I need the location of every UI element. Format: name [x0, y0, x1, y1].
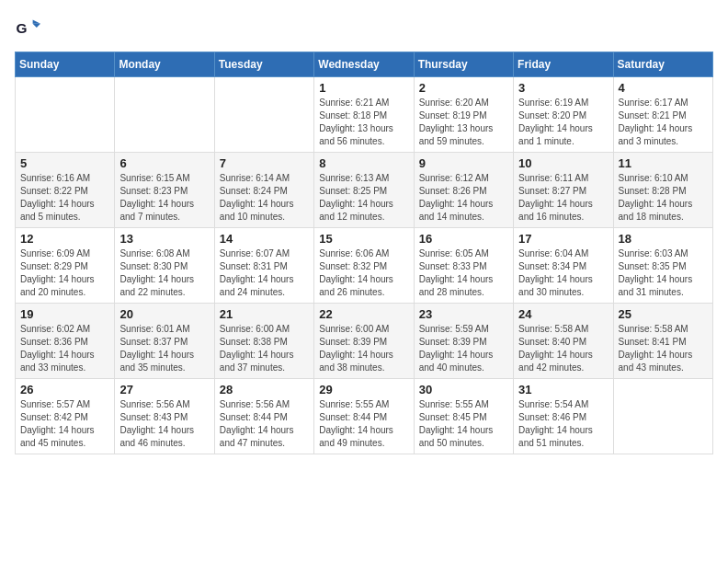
- calendar-day-13: 13Sunrise: 6:08 AM Sunset: 8:30 PM Dayli…: [115, 228, 214, 304]
- calendar-day-29: 29Sunrise: 5:55 AM Sunset: 8:44 PM Dayli…: [314, 379, 414, 454]
- weekday-header-tuesday: Tuesday: [214, 52, 313, 77]
- calendar-empty-cell: [613, 379, 712, 454]
- day-info: Sunrise: 6:14 AM Sunset: 8:24 PM Dayligh…: [220, 172, 309, 224]
- day-number: 18: [619, 232, 708, 246]
- calendar-day-9: 9Sunrise: 6:12 AM Sunset: 8:26 PM Daylig…: [414, 153, 513, 228]
- day-number: 14: [220, 232, 309, 246]
- calendar-week-row: 26Sunrise: 5:57 AM Sunset: 8:42 PM Dayli…: [16, 379, 713, 454]
- day-info: Sunrise: 5:56 AM Sunset: 8:44 PM Dayligh…: [220, 398, 309, 450]
- day-number: 10: [518, 156, 608, 170]
- calendar-day-21: 21Sunrise: 6:00 AM Sunset: 8:38 PM Dayli…: [214, 304, 313, 379]
- calendar-day-30: 30Sunrise: 5:55 AM Sunset: 8:45 PM Dayli…: [414, 379, 513, 454]
- calendar-day-31: 31Sunrise: 5:54 AM Sunset: 8:46 PM Dayli…: [514, 379, 613, 454]
- calendar-day-16: 16Sunrise: 6:05 AM Sunset: 8:33 PM Dayli…: [414, 228, 513, 304]
- calendar-day-6: 6Sunrise: 6:15 AM Sunset: 8:23 PM Daylig…: [115, 153, 214, 228]
- calendar-day-24: 24Sunrise: 5:58 AM Sunset: 8:40 PM Dayli…: [514, 304, 613, 379]
- day-info: Sunrise: 6:05 AM Sunset: 8:33 PM Dayligh…: [419, 247, 508, 299]
- day-number: 1: [319, 81, 408, 95]
- calendar-day-12: 12Sunrise: 6:09 AM Sunset: 8:29 PM Dayli…: [16, 228, 115, 304]
- calendar-week-row: 1Sunrise: 6:21 AM Sunset: 8:18 PM Daylig…: [16, 77, 713, 153]
- day-number: 19: [20, 307, 109, 321]
- day-number: 15: [319, 232, 408, 246]
- day-number: 27: [119, 383, 209, 396]
- calendar-day-10: 10Sunrise: 6:11 AM Sunset: 8:27 PM Dayli…: [514, 153, 613, 228]
- day-number: 8: [319, 156, 408, 170]
- day-info: Sunrise: 6:09 AM Sunset: 8:29 PM Dayligh…: [20, 247, 109, 299]
- day-info: Sunrise: 6:00 AM Sunset: 8:39 PM Dayligh…: [319, 323, 408, 374]
- calendar-table: SundayMondayTuesdayWednesdayThursdayFrid…: [15, 52, 713, 454]
- day-number: 25: [619, 307, 708, 321]
- day-number: 30: [419, 383, 508, 396]
- day-number: 12: [20, 232, 109, 246]
- day-info: Sunrise: 5:55 AM Sunset: 8:44 PM Dayligh…: [319, 398, 408, 450]
- weekday-header-monday: Monday: [115, 52, 214, 77]
- logo: G: [15, 15, 44, 40]
- day-info: Sunrise: 5:58 AM Sunset: 8:40 PM Dayligh…: [518, 323, 608, 374]
- calendar-day-25: 25Sunrise: 5:58 AM Sunset: 8:41 PM Dayli…: [613, 304, 712, 379]
- day-info: Sunrise: 6:04 AM Sunset: 8:34 PM Dayligh…: [518, 247, 608, 299]
- day-info: Sunrise: 5:54 AM Sunset: 8:46 PM Dayligh…: [518, 398, 608, 450]
- calendar-day-3: 3Sunrise: 6:19 AM Sunset: 8:20 PM Daylig…: [514, 77, 613, 153]
- svg-marker-2: [33, 24, 40, 28]
- calendar-day-20: 20Sunrise: 6:01 AM Sunset: 8:37 PM Dayli…: [115, 304, 214, 379]
- day-info: Sunrise: 5:56 AM Sunset: 8:43 PM Dayligh…: [119, 398, 209, 450]
- calendar-day-4: 4Sunrise: 6:17 AM Sunset: 8:21 PM Daylig…: [613, 77, 712, 153]
- day-number: 28: [220, 383, 309, 396]
- day-info: Sunrise: 6:12 AM Sunset: 8:26 PM Dayligh…: [419, 172, 508, 224]
- day-info: Sunrise: 6:11 AM Sunset: 8:27 PM Dayligh…: [518, 172, 608, 224]
- calendar-day-11: 11Sunrise: 6:10 AM Sunset: 8:28 PM Dayli…: [613, 153, 712, 228]
- calendar-day-22: 22Sunrise: 6:00 AM Sunset: 8:39 PM Dayli…: [314, 304, 414, 379]
- day-number: 7: [220, 156, 309, 170]
- calendar-day-18: 18Sunrise: 6:03 AM Sunset: 8:35 PM Dayli…: [613, 228, 712, 304]
- day-info: Sunrise: 5:55 AM Sunset: 8:45 PM Dayligh…: [419, 398, 508, 450]
- calendar-day-15: 15Sunrise: 6:06 AM Sunset: 8:32 PM Dayli…: [314, 228, 414, 304]
- day-number: 9: [419, 156, 508, 170]
- day-info: Sunrise: 6:20 AM Sunset: 8:19 PM Dayligh…: [419, 97, 508, 148]
- day-info: Sunrise: 6:17 AM Sunset: 8:21 PM Dayligh…: [619, 97, 708, 148]
- calendar-day-5: 5Sunrise: 6:16 AM Sunset: 8:22 PM Daylig…: [16, 153, 115, 228]
- calendar-week-row: 12Sunrise: 6:09 AM Sunset: 8:29 PM Dayli…: [16, 228, 713, 304]
- day-info: Sunrise: 5:59 AM Sunset: 8:39 PM Dayligh…: [419, 323, 508, 374]
- day-number: 22: [319, 307, 408, 321]
- day-info: Sunrise: 6:00 AM Sunset: 8:38 PM Dayligh…: [220, 323, 309, 374]
- calendar-header-row: SundayMondayTuesdayWednesdayThursdayFrid…: [16, 52, 713, 77]
- weekday-header-saturday: Saturday: [613, 52, 712, 77]
- svg-marker-1: [33, 20, 40, 24]
- calendar-empty-cell: [214, 77, 313, 153]
- calendar-day-23: 23Sunrise: 5:59 AM Sunset: 8:39 PM Dayli…: [414, 304, 513, 379]
- day-info: Sunrise: 6:21 AM Sunset: 8:18 PM Dayligh…: [319, 97, 408, 148]
- day-info: Sunrise: 6:07 AM Sunset: 8:31 PM Dayligh…: [220, 247, 309, 299]
- day-info: Sunrise: 6:10 AM Sunset: 8:28 PM Dayligh…: [619, 172, 708, 224]
- day-info: Sunrise: 5:57 AM Sunset: 8:42 PM Dayligh…: [20, 398, 109, 450]
- day-number: 3: [518, 81, 608, 95]
- day-info: Sunrise: 6:15 AM Sunset: 8:23 PM Dayligh…: [119, 172, 209, 224]
- day-number: 29: [319, 383, 408, 396]
- calendar-empty-cell: [115, 77, 214, 153]
- day-info: Sunrise: 6:01 AM Sunset: 8:37 PM Dayligh…: [119, 323, 209, 374]
- calendar-day-2: 2Sunrise: 6:20 AM Sunset: 8:19 PM Daylig…: [414, 77, 513, 153]
- weekday-header-friday: Friday: [514, 52, 613, 77]
- day-number: 4: [619, 81, 708, 95]
- weekday-header-sunday: Sunday: [16, 52, 115, 77]
- day-number: 6: [119, 156, 209, 170]
- day-number: 5: [20, 156, 109, 170]
- calendar-empty-cell: [16, 77, 115, 153]
- day-info: Sunrise: 6:08 AM Sunset: 8:30 PM Dayligh…: [119, 247, 209, 299]
- calendar-day-19: 19Sunrise: 6:02 AM Sunset: 8:36 PM Dayli…: [16, 304, 115, 379]
- day-info: Sunrise: 6:16 AM Sunset: 8:22 PM Dayligh…: [20, 172, 109, 224]
- day-info: Sunrise: 6:03 AM Sunset: 8:35 PM Dayligh…: [619, 247, 708, 299]
- day-info: Sunrise: 6:06 AM Sunset: 8:32 PM Dayligh…: [319, 247, 408, 299]
- calendar-week-row: 5Sunrise: 6:16 AM Sunset: 8:22 PM Daylig…: [16, 153, 713, 228]
- day-number: 31: [518, 383, 608, 396]
- weekday-header-wednesday: Wednesday: [314, 52, 414, 77]
- weekday-header-thursday: Thursday: [414, 52, 513, 77]
- day-number: 16: [419, 232, 508, 246]
- day-info: Sunrise: 5:58 AM Sunset: 8:41 PM Dayligh…: [619, 323, 708, 374]
- page-header: G: [15, 15, 713, 40]
- day-number: 24: [518, 307, 608, 321]
- calendar-week-row: 19Sunrise: 6:02 AM Sunset: 8:36 PM Dayli…: [16, 304, 713, 379]
- logo-icon: G: [15, 15, 40, 40]
- calendar-day-8: 8Sunrise: 6:13 AM Sunset: 8:25 PM Daylig…: [314, 153, 414, 228]
- calendar-day-26: 26Sunrise: 5:57 AM Sunset: 8:42 PM Dayli…: [16, 379, 115, 454]
- day-number: 2: [419, 81, 508, 95]
